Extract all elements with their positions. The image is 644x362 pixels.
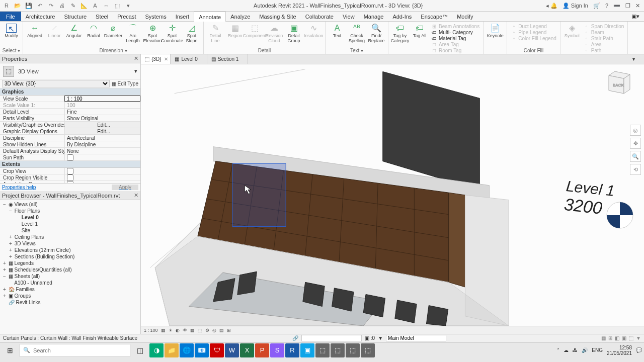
- prop-category[interactable]: Graphics: [0, 88, 140, 96]
- vb-icon[interactable]: ⊞: [227, 328, 231, 333]
- ribbon-spotslope-button[interactable]: ◿Spot Slope: [182, 23, 201, 47]
- prop-value[interactable]: Show Original: [64, 115, 140, 121]
- taskbar-app-11[interactable]: ⬚: [315, 343, 330, 357]
- taskbar-app-2[interactable]: 🌐: [180, 343, 194, 357]
- ribbon-materialtag-button[interactable]: 🏷Material Tag: [431, 36, 479, 41]
- steering-wheel-icon[interactable]: ◎: [630, 125, 641, 136]
- start-button[interactable]: ⊞: [2, 343, 18, 357]
- vb-icon[interactable]: ☀: [169, 328, 173, 333]
- tray-lang[interactable]: ENG: [592, 347, 603, 353]
- qat-button-11[interactable]: ▾: [125, 2, 132, 9]
- qat-button-6[interactable]: ✎: [69, 2, 76, 9]
- qat-button-9[interactable]: ↔: [103, 2, 110, 9]
- prop-value[interactable]: None: [64, 148, 140, 154]
- ribbon-tab-manage[interactable]: Manage: [359, 12, 388, 21]
- view-tab-section1[interactable]: ▤Section 1: [207, 54, 249, 64]
- ribbon-radial-button[interactable]: ◠Radial: [84, 23, 103, 47]
- ribbon-tab-systems[interactable]: Systems: [140, 12, 171, 21]
- vb-icon[interactable]: ▦: [190, 328, 195, 333]
- ribbon-tab-architecture[interactable]: Architecture: [21, 12, 60, 21]
- navigation-bar[interactable]: ◎ ✥ 🔍 ⟲: [630, 125, 641, 175]
- taskbar-app-5[interactable]: W: [225, 343, 239, 357]
- zoom-icon[interactable]: 🔍: [630, 151, 641, 162]
- tree-node[interactable]: + 3D Views: [0, 240, 140, 247]
- options-icon[interactable]: 🛒: [593, 3, 600, 9]
- qat-button-2[interactable]: 💾: [25, 2, 32, 9]
- sb-icon[interactable]: ▼: [636, 335, 641, 341]
- signin-button[interactable]: 👤 Sign In: [562, 3, 588, 9]
- design-option-dropdown[interactable]: [386, 335, 446, 341]
- ribbon-tab-precast[interactable]: Precast: [113, 12, 140, 21]
- ribbon-multicategory-button[interactable]: 🏷Multi- Category: [431, 30, 479, 35]
- prop-value[interactable]: Fine: [64, 109, 140, 115]
- ribbon-tab-analyze[interactable]: Analyze: [226, 12, 255, 21]
- maximize-icon[interactable]: ❐: [625, 3, 630, 9]
- tree-node[interactable]: + Ceiling Plans: [0, 234, 140, 240]
- tree-node[interactable]: − Floor Plans: [0, 208, 140, 214]
- qat-button-4[interactable]: ↷: [47, 2, 54, 9]
- tree-node[interactable]: + ▣ Groups: [0, 293, 140, 299]
- ribbon-tab-addins[interactable]: Add-Ins: [388, 12, 416, 21]
- apply-button[interactable]: Apply: [112, 185, 138, 190]
- qat-button-1[interactable]: 📂: [14, 2, 21, 9]
- ribbon-findreplace-button[interactable]: 🔍Find/ Replace: [367, 23, 386, 47]
- tree-node[interactable]: + Sections (Building Section): [0, 253, 140, 260]
- prop-value[interactable]: [64, 174, 140, 180]
- taskbar-app-7[interactable]: P: [255, 343, 269, 357]
- select-dropdown[interactable]: Select ▾: [2, 47, 21, 54]
- ribbon-tab-insert[interactable]: Insert: [171, 12, 194, 21]
- view-tab-level0[interactable]: ▦Level 0: [171, 54, 207, 64]
- qat-button-8[interactable]: A: [92, 2, 99, 9]
- scale-display[interactable]: 1 : 100: [144, 328, 158, 333]
- qat-button-10[interactable]: ⬚: [114, 2, 121, 9]
- vb-icon[interactable]: 👁: [183, 328, 187, 333]
- tray-volume-icon[interactable]: 🔊: [582, 347, 588, 353]
- tray-network-icon[interactable]: 🖧: [573, 347, 578, 353]
- prop-value[interactable]: [64, 154, 140, 160]
- compass-icon[interactable]: [605, 200, 635, 230]
- taskbar-clock[interactable]: 12:58 21/05/2021: [607, 345, 632, 356]
- edit-type-button[interactable]: ▦ Edit Type: [112, 81, 138, 86]
- tray-cloud-icon[interactable]: ☁: [564, 347, 569, 353]
- view-tabs-overflow[interactable]: ▾: [628, 54, 644, 64]
- taskbar-app-1[interactable]: 📁: [165, 343, 179, 357]
- ribbon-spotelevation-button[interactable]: ⊕Spot Elevation: [143, 23, 162, 47]
- browser-close-icon[interactable]: ✕: [134, 192, 138, 199]
- taskbar-app-9[interactable]: R: [285, 343, 299, 357]
- prop-value[interactable]: Edit...: [64, 122, 140, 128]
- sb-icon[interactable]: ▣: [622, 335, 626, 341]
- properties-help-link[interactable]: Properties help: [2, 185, 36, 190]
- taskbar-app-14[interactable]: ⬚: [361, 343, 375, 357]
- vb-icon[interactable]: ⬚: [198, 328, 202, 333]
- ribbon-tab-massingsite[interactable]: Massing & Site: [255, 12, 300, 21]
- qat-button-0[interactable]: R: [3, 2, 10, 9]
- ribbon-text-button[interactable]: AText: [328, 23, 347, 47]
- qat-button-7[interactable]: 📐: [80, 2, 88, 9]
- tree-node[interactable]: A100 - Unnamed: [0, 280, 140, 286]
- pan-icon[interactable]: ✥: [630, 138, 641, 149]
- ribbon-tab-enscape[interactable]: Enscape™: [416, 12, 452, 21]
- ribbon-tab-collaborate[interactable]: Collaborate: [301, 12, 338, 21]
- modify-button[interactable]: ↖ Modify: [2, 23, 21, 47]
- properties-close-icon[interactable]: ✕: [134, 55, 138, 62]
- ribbon-arclength-button[interactable]: ⌒Arc Length: [123, 23, 142, 47]
- prop-value[interactable]: By Discipline: [64, 141, 140, 147]
- vb-icon[interactable]: ▤: [219, 328, 224, 333]
- orbit-icon[interactable]: ⟲: [630, 164, 641, 175]
- prop-value[interactable]: [64, 96, 140, 102]
- minimize-icon[interactable]: ➖: [613, 3, 620, 9]
- taskbar-app-8[interactable]: S: [270, 343, 284, 357]
- ribbon-tab-modify[interactable]: Modify: [452, 12, 477, 21]
- ribbon-spotcoordinate-button[interactable]: ✛Spot Coordinate: [163, 23, 182, 47]
- taskbar-app-0[interactable]: ◑: [149, 343, 164, 357]
- sb-icon[interactable]: ▦: [601, 335, 606, 341]
- tab-close-icon[interactable]: ✕: [164, 56, 168, 62]
- info-center-icon[interactable]: ◂ 🔔: [546, 3, 557, 9]
- workset-dropdown[interactable]: [301, 335, 362, 341]
- notifications-icon[interactable]: 💬: [636, 347, 642, 353]
- tree-node[interactable]: 🔗 Revit Links: [0, 299, 140, 306]
- help-icon[interactable]: ?: [605, 3, 608, 9]
- qat-button-5[interactable]: 🖨: [58, 2, 65, 9]
- sb-icon[interactable]: ⬚: [629, 335, 633, 341]
- taskbar-app-10[interactable]: ▣: [300, 343, 314, 357]
